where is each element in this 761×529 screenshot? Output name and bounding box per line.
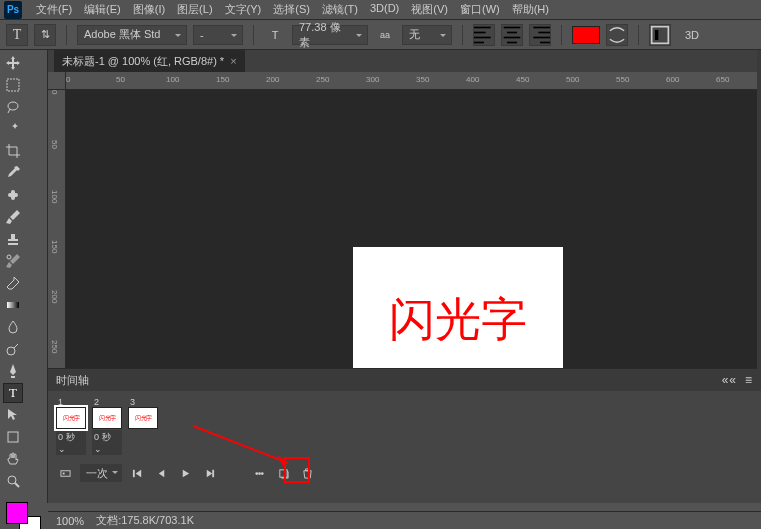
canvas[interactable]: 闪光字 [353, 247, 563, 368]
gradient-tool[interactable] [3, 295, 23, 315]
canvas-area[interactable]: 050100150200250300350400450500550600650 … [48, 72, 761, 368]
svg-point-15 [8, 102, 18, 110]
font-size-icon: T [264, 24, 286, 46]
dodge-tool[interactable] [3, 339, 23, 359]
align-right-button[interactable] [529, 24, 551, 46]
brush-tool[interactable] [3, 207, 23, 227]
timeline-controls: 一次 [48, 461, 761, 485]
color-swatches[interactable] [6, 502, 41, 529]
foreground-color[interactable] [6, 502, 28, 524]
lasso-tool[interactable] [3, 97, 23, 117]
panel-dock-collapsed[interactable] [757, 50, 761, 390]
menu-滤镜(T)[interactable]: 滤镜(T) [316, 2, 364, 17]
menu-选择(S)[interactable]: 选择(S) [267, 2, 316, 17]
close-tab-button[interactable]: × [230, 55, 236, 67]
ruler-corner [48, 72, 66, 90]
ruler-vertical: 050100150200250300350400450 [48, 90, 66, 368]
pen-tool[interactable] [3, 361, 23, 381]
svg-rect-3 [474, 41, 484, 43]
frame-thumbnail[interactable]: 闪光字 [56, 407, 86, 429]
menu-图层(L)[interactable]: 图层(L) [171, 2, 218, 17]
hand-tool[interactable] [3, 449, 23, 469]
svg-rect-8 [533, 26, 550, 28]
font-family-select[interactable]: Adobe 黑体 Std [77, 25, 187, 45]
loop-select[interactable]: 一次 [80, 464, 122, 482]
menu-文件(F)[interactable]: 文件(F) [30, 2, 78, 17]
menu-编辑(E)[interactable]: 编辑(E) [78, 2, 127, 17]
frame-delay-select[interactable]: 0 秒 ⌄ [92, 430, 122, 455]
svg-rect-26 [212, 469, 214, 476]
menu-文字(Y)[interactable]: 文字(Y) [219, 2, 268, 17]
move-tool[interactable] [3, 53, 23, 73]
zoom-tool[interactable] [3, 471, 23, 491]
frame-2[interactable]: 2闪光字0 秒 ⌄ [92, 397, 122, 455]
blur-tool[interactable] [3, 317, 23, 337]
healing-brush-tool[interactable] [3, 185, 23, 205]
anti-alias-select[interactable]: 无 [402, 25, 452, 45]
svg-rect-7 [507, 41, 517, 43]
tools-panel: T [0, 50, 48, 503]
3d-button[interactable]: 3D [677, 24, 707, 46]
eyedropper-tool[interactable] [3, 163, 23, 183]
text-color-swatch[interactable] [572, 26, 600, 44]
svg-rect-30 [279, 469, 286, 476]
frame-3[interactable]: 3闪光字 [128, 397, 158, 455]
next-frame-button[interactable] [200, 464, 218, 482]
timeline-frames: 1闪光字0 秒 ⌄2闪光字0 秒 ⌄3闪光字 [48, 391, 761, 461]
character-panel-button[interactable] [649, 24, 671, 46]
first-frame-button[interactable] [128, 464, 146, 482]
font-size-select[interactable]: 77.38 像素 [292, 25, 368, 45]
path-select-tool[interactable] [3, 405, 23, 425]
menu-3D(D)[interactable]: 3D(D) [364, 2, 405, 17]
svg-point-29 [260, 472, 263, 475]
align-left-button[interactable] [473, 24, 495, 46]
warp-text-button[interactable] [606, 24, 628, 46]
tween-button[interactable] [250, 464, 268, 482]
frame-thumbnail[interactable]: 闪光字 [128, 407, 158, 429]
menu-视图(V)[interactable]: 视图(V) [405, 2, 454, 17]
svg-point-28 [258, 472, 261, 475]
svg-rect-23 [60, 470, 69, 476]
svg-point-20 [7, 347, 15, 355]
font-style-select[interactable]: - [193, 25, 243, 45]
shape-tool[interactable] [3, 427, 23, 447]
frame-number: 1 [56, 397, 86, 407]
panel-menu-icon[interactable]: «« [722, 373, 737, 387]
menu-图像(I)[interactable]: 图像(I) [127, 2, 171, 17]
convert-timeline-button[interactable] [56, 464, 74, 482]
document-tab[interactable]: 未标题-1 @ 100% (红, RGB/8#) * × [54, 50, 245, 72]
marquee-tool[interactable] [3, 75, 23, 95]
delete-frame-button[interactable] [298, 464, 316, 482]
document-title: 未标题-1 @ 100% (红, RGB/8#) * [62, 54, 224, 69]
history-brush-tool[interactable] [3, 251, 23, 271]
svg-rect-21 [8, 432, 18, 442]
stamp-tool[interactable] [3, 229, 23, 249]
options-bar: T ⇅ Adobe 黑体 Std - T 77.38 像素 aa 无 3D [0, 20, 761, 50]
document-tab-bar: 未标题-1 @ 100% (红, RGB/8#) * × [48, 50, 761, 72]
canvas-text: 闪光字 [389, 289, 527, 351]
frame-1[interactable]: 1闪光字0 秒 ⌄ [56, 397, 86, 455]
menu-窗口(W)[interactable]: 窗口(W) [454, 2, 506, 17]
svg-rect-24 [62, 472, 64, 474]
ruler-horizontal: 050100150200250300350400450500550600650 [66, 72, 761, 90]
type-tool[interactable]: T [3, 383, 23, 403]
timeline-panel: 时间轴 «« ≡ 1闪光字0 秒 ⌄2闪光字0 秒 ⌄3闪光字 一次 [48, 368, 761, 503]
crop-tool[interactable] [3, 141, 23, 161]
svg-rect-13 [655, 30, 658, 40]
duplicate-frame-button[interactable] [274, 464, 292, 482]
frame-thumbnail[interactable]: 闪光字 [92, 407, 122, 429]
prev-frame-button[interactable] [152, 464, 170, 482]
eraser-tool[interactable] [3, 273, 23, 293]
menu-帮助(H)[interactable]: 帮助(H) [506, 2, 555, 17]
tool-preset-button[interactable]: T [6, 24, 28, 46]
frame-delay-select[interactable]: 0 秒 ⌄ [56, 430, 86, 455]
svg-rect-25 [132, 469, 134, 476]
menu-bar: Ps 文件(F)编辑(E)图像(I)图层(L)文字(Y)选择(S)滤镜(T)3D… [0, 0, 761, 20]
magic-wand-tool[interactable] [3, 119, 23, 139]
status-bar: 100% 文档:175.8K/703.1K [48, 511, 761, 529]
zoom-level[interactable]: 100% [56, 515, 84, 527]
panel-options-icon[interactable]: ≡ [745, 373, 753, 387]
align-center-button[interactable] [501, 24, 523, 46]
play-button[interactable] [176, 464, 194, 482]
text-orientation-button[interactable]: ⇅ [34, 24, 56, 46]
